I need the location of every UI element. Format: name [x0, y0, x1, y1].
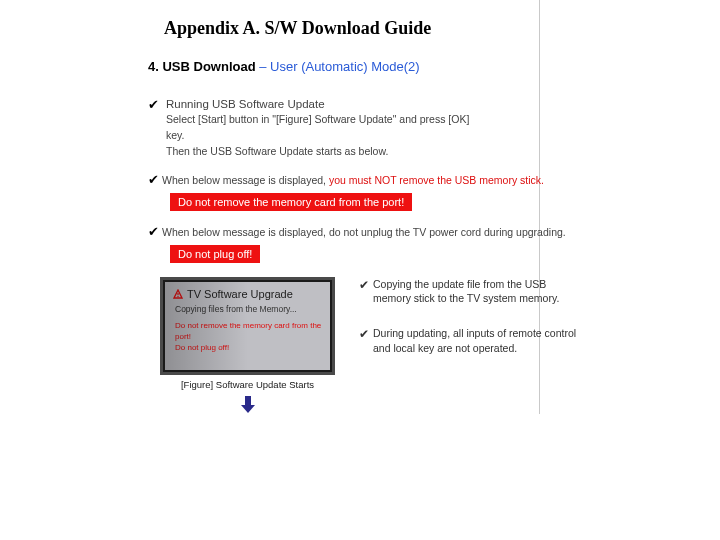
- figure-screen: TV Software Upgrade Copying files from t…: [165, 282, 330, 370]
- svg-rect-2: [245, 396, 251, 405]
- check-icon: ✔: [359, 277, 369, 294]
- check-icon: ✔: [359, 326, 369, 343]
- figure-warning-1: Do not remove the memory card from the p…: [165, 320, 330, 342]
- section-number: 4. USB Download: [148, 59, 256, 74]
- lower-row: TV Software Upgrade Copying files from t…: [160, 277, 680, 414]
- bullet-do-not-remove: ✔ When below message is displayed, you m…: [148, 173, 680, 211]
- figure-warning-2: Do not plug off!: [165, 342, 330, 353]
- check-icon: ✔: [148, 225, 159, 238]
- side-notes: ✔ Copying the update file from the USB m…: [359, 277, 584, 376]
- side-note-text: During updating, all inputs of remote co…: [373, 327, 576, 354]
- figure-title: TV Software Upgrade: [187, 288, 293, 300]
- appendix-title: Appendix A. S/W Download Guide: [164, 18, 680, 39]
- side-note: ✔ Copying the update file from the USB m…: [359, 277, 584, 306]
- bullet-body: When below message is displayed, do not …: [162, 225, 680, 241]
- bullet-do-not-unplug: ✔ When below message is displayed, do no…: [148, 225, 680, 263]
- figure-subtitle: Copying files from the Memory...: [165, 304, 330, 320]
- figure-frame: TV Software Upgrade Copying files from t…: [160, 277, 335, 375]
- warning-text: you must NOT remove the USB memory stick…: [329, 174, 544, 186]
- arrow-down-icon: [239, 396, 257, 414]
- bullet-title: Running USB Software Update: [166, 98, 680, 110]
- svg-rect-0: [177, 293, 178, 295]
- check-icon: ✔: [148, 98, 159, 111]
- figure: TV Software Upgrade Copying files from t…: [160, 277, 335, 414]
- warning-triangle-icon: [173, 289, 183, 299]
- bullet-body: When below message is displayed, you mus…: [162, 173, 680, 189]
- warning-box: Do not remove the memory card from the p…: [170, 193, 412, 211]
- side-note: ✔ During updating, all inputs of remote …: [359, 326, 584, 355]
- check-icon: ✔: [148, 173, 159, 186]
- bullet-running-update: ✔ Running USB Software Update Select [St…: [148, 98, 680, 159]
- svg-rect-1: [177, 296, 178, 297]
- figure-head: TV Software Upgrade: [165, 282, 330, 304]
- section-heading: 4. USB Download – User (Automatic) Mode(…: [148, 59, 680, 74]
- figure-caption: [Figure] Software Update Starts: [160, 379, 335, 390]
- side-note-text: Copying the update file from the USB mem…: [373, 278, 559, 305]
- bullet-body: Select [Start] button in "[Figure] Softw…: [166, 112, 680, 159]
- warning-box: Do not plug off!: [170, 245, 260, 263]
- section-subtitle: – User (Automatic) Mode(2): [256, 59, 420, 74]
